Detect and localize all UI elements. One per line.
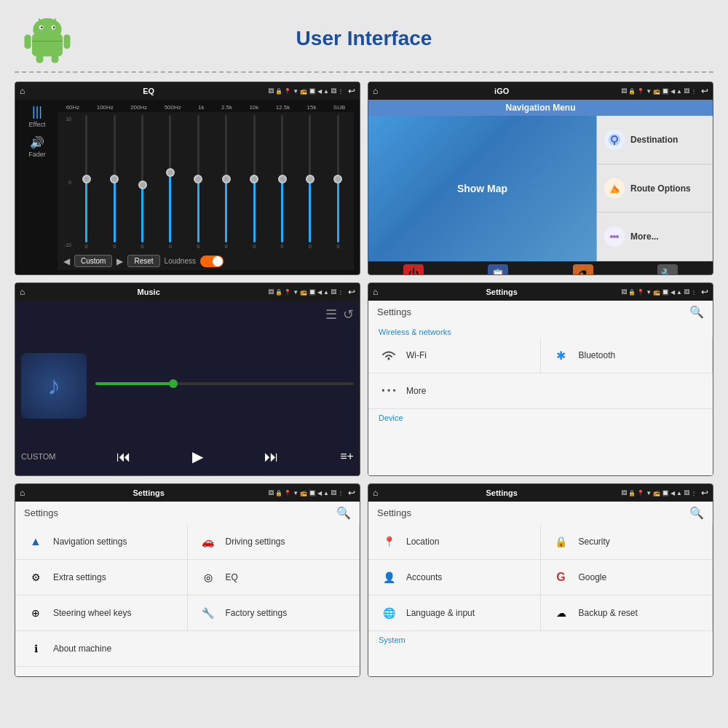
eq-custom-button[interactable]: Custom xyxy=(74,255,112,267)
location-item[interactable]: 📍 Location xyxy=(368,524,541,560)
svg-rect-10 xyxy=(36,55,44,63)
home-icon[interactable]: ⌂ xyxy=(373,488,378,498)
eq-bar-4[interactable]: 0 xyxy=(186,115,211,249)
home-icon[interactable]: ⌂ xyxy=(20,287,25,297)
settings3-titlebar: Settings 🔍 xyxy=(368,502,713,524)
more-item[interactable]: • • • More xyxy=(368,373,713,409)
gear-icon: ⚙ xyxy=(25,567,46,587)
eq-bar-8[interactable]: 0 xyxy=(297,115,323,249)
navigation-settings-item[interactable]: ▲ Navigation settings xyxy=(15,524,188,560)
eq-bar-6[interactable]: 0 xyxy=(241,115,266,249)
back-button[interactable]: ↩ xyxy=(701,287,708,297)
music-status-bar: ⌂ Music 🖼🔒📍▼📻🔲◀▲🖼⋮ ↩ xyxy=(15,283,360,301)
music-title: Music xyxy=(29,288,268,296)
flask-icon[interactable]: ⚗ xyxy=(573,264,593,275)
eq-bar-7[interactable]: 0 xyxy=(269,115,295,249)
back-button[interactable]: ↩ xyxy=(348,86,355,96)
effect-label: Effect xyxy=(29,121,46,128)
google-item[interactable]: G Google xyxy=(541,560,713,596)
steering-factory-row: ⊕ Steering wheel keys 🔧 Factory settings xyxy=(15,596,360,631)
eq-left-panel: ||| Effect 🔊 Fader xyxy=(21,104,53,270)
destination-button[interactable]: Destination xyxy=(597,116,713,165)
home-icon[interactable]: ⌂ xyxy=(373,287,378,297)
search-icon[interactable]: 🔍 xyxy=(336,506,351,520)
prev-track-button[interactable]: ⏮ xyxy=(116,448,131,465)
accounts-item[interactable]: 👤 Accounts xyxy=(368,560,541,596)
steering-icon: ⊕ xyxy=(25,603,46,623)
language-label: Language & input xyxy=(406,608,475,618)
svg-point-20 xyxy=(616,235,619,238)
steering-item[interactable]: ⊕ Steering wheel keys xyxy=(15,596,188,631)
queue-icon[interactable]: ≡+ xyxy=(340,450,354,463)
nav-settings-row: ▲ Navigation settings 🚗 Driving settings xyxy=(15,524,360,560)
back-button[interactable]: ↩ xyxy=(348,287,355,297)
more-button[interactable]: More... xyxy=(597,213,713,261)
music-progress-bar[interactable] xyxy=(95,382,354,385)
play-button[interactable]: ▶ xyxy=(192,448,203,465)
loudness-toggle[interactable] xyxy=(200,256,223,267)
home-icon[interactable]: ⌂ xyxy=(20,488,25,498)
eq-bar-2[interactable]: 0 xyxy=(130,115,155,249)
more-icon: • • • xyxy=(379,381,399,401)
eq-bar-5[interactable]: 0 xyxy=(213,115,239,249)
wifi-item[interactable]: Wi-Fi xyxy=(368,338,541,373)
driving-settings-item[interactable]: 🚗 Driving settings xyxy=(188,524,360,560)
playlist-icon[interactable]: ☰ xyxy=(325,306,337,323)
eq-bar-0[interactable]: 0 xyxy=(74,115,99,249)
extra-settings-item[interactable]: ⚙ Extra settings xyxy=(15,560,188,596)
tools-icon[interactable]: 🔧 xyxy=(657,264,678,275)
status-icons: 🖼🔒📍▼📻🔲◀▲🖼⋮ xyxy=(621,88,697,95)
svg-marker-16 xyxy=(610,184,619,193)
home-icon[interactable]: ⌂ xyxy=(373,86,378,96)
status-icons: 🖼🔒📍▼📻🔲◀▲🖼⋮ xyxy=(621,289,697,296)
factory-label: Factory settings xyxy=(226,608,288,618)
wireless-row: Wi-Fi ✱ Bluetooth xyxy=(368,338,713,373)
status-icons: 🖼🔒📍▼📻🔲◀▲🖼⋮ xyxy=(621,490,697,496)
more-icon xyxy=(604,226,625,247)
eq-bar-1[interactable]: 0 xyxy=(101,115,127,249)
next-track-button[interactable]: ⏭ xyxy=(264,448,279,465)
home-icon[interactable]: ⌂ xyxy=(20,86,25,96)
bluetooth-item[interactable]: ✱ Bluetooth xyxy=(541,338,713,373)
steering-label: Steering wheel keys xyxy=(53,608,131,618)
menu-icon[interactable]: 📋 xyxy=(488,264,508,275)
svg-point-5 xyxy=(53,26,55,28)
eq-reset-button[interactable]: Reset xyxy=(127,255,159,267)
about-item[interactable]: ℹ About machine xyxy=(15,631,360,667)
settings2-heading: Settings xyxy=(24,507,58,518)
eq-title: EQ xyxy=(29,87,268,95)
settings1-title: Settings xyxy=(382,288,621,296)
settings-screen1: ⌂ Settings 🖼🔒📍▼📻🔲◀▲🖼⋮ ↩ Settings 🔍 Wirel… xyxy=(368,282,713,476)
search-icon[interactable]: 🔍 xyxy=(689,506,704,520)
backup-item[interactable]: ☁ Backup & reset xyxy=(541,596,713,631)
eq-bar-3[interactable]: 0 xyxy=(157,115,183,249)
location-security-row: 📍 Location 🔒 Security xyxy=(368,524,713,560)
bluetooth-label: Bluetooth xyxy=(579,350,616,360)
language-item[interactable]: 🌐 Language & input xyxy=(368,596,541,631)
security-item[interactable]: 🔒 Security xyxy=(541,524,713,560)
backup-label: Backup & reset xyxy=(579,608,638,618)
back-button[interactable]: ↩ xyxy=(348,488,355,498)
back-button[interactable]: ↩ xyxy=(701,86,708,96)
wireless-section-label: Wireless & networks xyxy=(368,323,713,338)
back-button[interactable]: ↩ xyxy=(701,488,708,498)
eq-sliders-area[interactable]: 10 0 -10 0 xyxy=(58,112,354,252)
eq-next-button[interactable]: ▶ xyxy=(116,256,123,266)
show-map-button[interactable]: Show Map xyxy=(457,183,507,194)
nav-map-area[interactable]: Show Map xyxy=(368,116,596,261)
nav-menu-header: Navigation Menu xyxy=(368,100,713,116)
eq-bar-9[interactable]: 0 xyxy=(325,115,351,249)
eq-item[interactable]: ◎ EQ xyxy=(188,560,360,596)
factory-item[interactable]: 🔧 Factory settings xyxy=(188,596,360,631)
language-icon: 🌐 xyxy=(379,603,399,623)
language-backup-row: 🌐 Language & input ☁ Backup & reset xyxy=(368,596,713,631)
security-label: Security xyxy=(579,537,610,547)
eq-prev-button[interactable]: ◀ xyxy=(63,256,70,266)
route-options-button[interactable]: Route Options xyxy=(597,165,713,213)
repeat-icon[interactable]: ↺ xyxy=(343,306,354,323)
navigation-icon: ▲ xyxy=(25,531,46,552)
power-icon[interactable]: ⏻ xyxy=(403,264,424,275)
search-icon[interactable]: 🔍 xyxy=(689,305,704,319)
music-top-controls: ☰ ↺ xyxy=(21,306,354,323)
music-progress-area xyxy=(95,382,354,389)
